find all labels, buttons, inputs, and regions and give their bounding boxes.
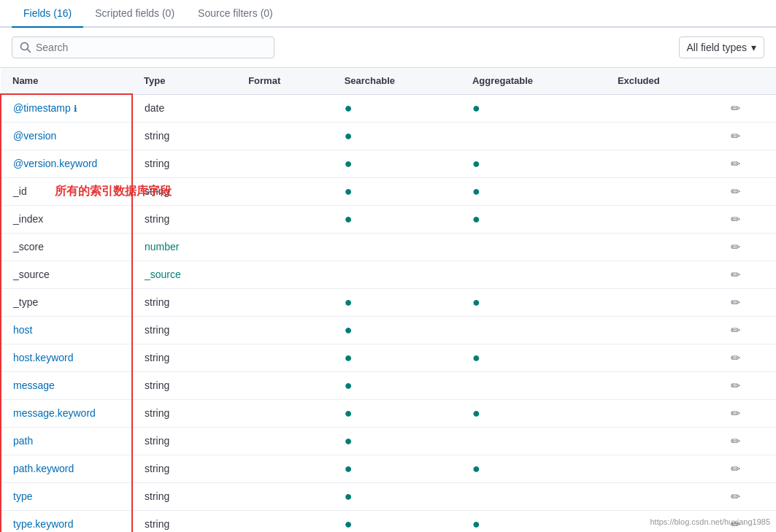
field-excluded-cell: [606, 122, 719, 150]
table-row: _id所有的索引数据库字段string●●✏: [1, 177, 776, 205]
field-name-cell: @version: [1, 122, 132, 150]
searchable-dot: ●: [345, 212, 353, 226]
aggregatable-dot: ●: [472, 184, 480, 198]
tab-source[interactable]: Source filters (0): [186, 0, 285, 28]
field-name[interactable]: host: [13, 324, 32, 336]
table-row: path.keywordstring●●✏: [1, 455, 776, 482]
field-name[interactable]: @timestamp: [13, 102, 71, 114]
field-searchable-cell: ●: [333, 371, 461, 399]
edit-icon[interactable]: ✏: [731, 352, 740, 364]
field-name[interactable]: @version.keyword: [13, 158, 97, 169]
info-icon[interactable]: ℹ: [74, 104, 77, 114]
field-aggregatable-cell: ●: [461, 94, 606, 122]
field-searchable-cell: ●: [333, 399, 461, 427]
field-aggregatable-cell: ●: [461, 150, 606, 177]
edit-icon[interactable]: ✏: [731, 185, 740, 198]
searchable-dot: ●: [345, 406, 353, 420]
field-name-cell: _index: [1, 205, 132, 233]
field-excluded-cell: [606, 344, 719, 371]
tab-fields[interactable]: Fields (16): [12, 0, 83, 28]
searchable-dot: ●: [345, 517, 353, 531]
field-searchable-cell: ●: [333, 177, 461, 205]
field-aggregatable-cell: ●: [461, 344, 606, 371]
field-searchable-cell: ●: [333, 288, 461, 316]
field-edit-cell: ✏: [719, 122, 776, 150]
edit-icon[interactable]: ✏: [731, 213, 740, 225]
field-name: _index: [13, 213, 43, 225]
table-row: _typestring●●✏: [1, 288, 776, 316]
edit-icon[interactable]: ✏: [731, 379, 740, 392]
field-searchable-cell: ●: [333, 455, 461, 482]
field-name: _score: [13, 241, 44, 252]
field-type-cell: string: [132, 288, 237, 316]
edit-icon[interactable]: ✏: [731, 463, 740, 475]
aggregatable-dot: ●: [472, 350, 480, 365]
table-row: message.keywordstring●●✏: [1, 399, 776, 427]
field-name-cell: _score: [1, 233, 132, 261]
searchable-dot: ●: [345, 489, 353, 504]
edit-icon[interactable]: ✏: [731, 102, 740, 115]
field-searchable-cell: ●: [333, 150, 461, 177]
filter-label: All field types: [687, 42, 747, 53]
field-name[interactable]: message: [13, 379, 55, 391]
field-aggregatable-cell: ●: [461, 288, 606, 316]
edit-icon[interactable]: ✏: [731, 241, 740, 253]
field-searchable-cell: ●: [333, 482, 461, 510]
field-name[interactable]: type.keyword: [13, 518, 73, 530]
field-type-cell: date: [132, 94, 237, 122]
table-row: @versionstring●✏: [1, 122, 776, 150]
edit-icon[interactable]: ✏: [731, 269, 740, 281]
field-name-cell: type.keyword: [1, 510, 132, 532]
field-aggregatable-cell: [461, 316, 606, 344]
edit-icon[interactable]: ✏: [731, 435, 740, 447]
field-format-cell: [237, 399, 333, 427]
field-type-cell: string: [132, 371, 237, 399]
field-format-cell: [237, 94, 333, 122]
search-input[interactable]: [36, 42, 266, 53]
searchable-dot: ●: [345, 378, 353, 393]
field-name[interactable]: type: [13, 490, 32, 502]
edit-icon[interactable]: ✏: [731, 296, 740, 309]
edit-icon[interactable]: ✏: [731, 490, 740, 503]
field-name[interactable]: path.keyword: [13, 463, 74, 474]
search-box[interactable]: [12, 36, 274, 58]
field-name-cell: @version.keyword: [1, 150, 132, 177]
field-edit-cell: ✏: [719, 482, 776, 510]
field-type-cell: string: [132, 510, 237, 532]
field-name[interactable]: path: [13, 435, 33, 447]
field-type-cell: string: [132, 482, 237, 510]
field-type-filter[interactable]: All field types ▾: [679, 36, 764, 58]
table-row: host.keywordstring●●✏: [1, 344, 776, 371]
field-type-cell: string: [132, 344, 237, 371]
searchable-dot: ●: [345, 350, 353, 365]
field-type-cell: string: [132, 427, 237, 455]
aggregatable-dot: ●: [472, 212, 480, 226]
field-edit-cell: ✏: [719, 94, 776, 122]
tab-scripted[interactable]: Scripted fields (0): [83, 0, 186, 28]
field-format-cell: [237, 122, 333, 150]
field-name-cell: _type: [1, 288, 132, 316]
searchable-dot: ●: [345, 461, 353, 476]
edit-icon[interactable]: ✏: [731, 407, 740, 420]
field-aggregatable-cell: [461, 427, 606, 455]
field-name[interactable]: @version: [13, 130, 56, 142]
field-type-cell: number: [132, 233, 237, 261]
field-aggregatable-cell: [461, 482, 606, 510]
field-edit-cell: ✏: [719, 399, 776, 427]
field-excluded-cell: [606, 399, 719, 427]
edit-icon[interactable]: ✏: [731, 158, 740, 170]
field-edit-cell: ✏: [719, 261, 776, 288]
field-name-cell: _source: [1, 261, 132, 288]
field-format-cell: [237, 455, 333, 482]
field-name: _id: [13, 185, 27, 197]
edit-icon[interactable]: ✏: [731, 130, 740, 142]
searchable-dot: ●: [345, 128, 353, 143]
field-name[interactable]: host.keyword: [13, 352, 73, 363]
searchable-dot: ●: [345, 101, 353, 115]
field-edit-cell: ✏: [719, 205, 776, 233]
field-edit-cell: ✏: [719, 371, 776, 399]
field-name[interactable]: message.keyword: [13, 407, 96, 419]
field-excluded-cell: [606, 455, 719, 482]
edit-icon[interactable]: ✏: [731, 324, 740, 336]
field-aggregatable-cell: [461, 233, 606, 261]
